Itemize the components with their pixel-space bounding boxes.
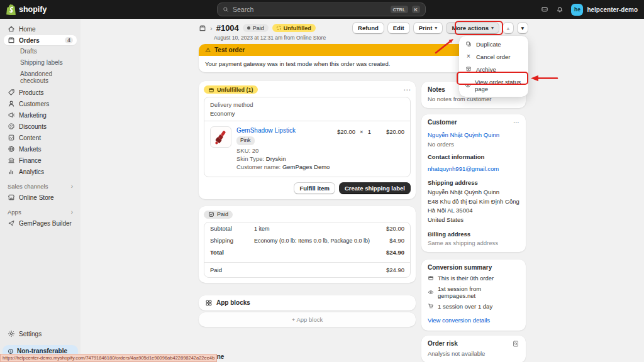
- customer-name-link[interactable]: Nguyễn Nhật Quỳnh Quinn: [428, 131, 499, 138]
- breadcrumb-separator: ›: [210, 25, 213, 32]
- unfulfilled-card-badge: Unfulfilled (1): [204, 85, 258, 94]
- tag-icon: [8, 89, 15, 96]
- fulfill-item-button[interactable]: Fulfill item: [294, 182, 335, 194]
- warning-icon: ⚠: [205, 47, 211, 53]
- storefront-icon: [8, 194, 15, 201]
- subtotal-row: Subtotal 1 item $20.00: [204, 222, 410, 234]
- menu-item-cancel-order[interactable]: × Cancel order: [462, 51, 526, 62]
- product-sku: SKU: 20: [236, 146, 332, 155]
- chevron-up-icon: ▴: [507, 25, 510, 31]
- refund-button[interactable]: Refund: [352, 22, 384, 34]
- check-box-icon: [208, 211, 214, 217]
- sidebar-item-orders[interactable]: Orders 4: [4, 35, 77, 45]
- sidebar-item-marketing[interactable]: Marketing: [4, 110, 77, 120]
- discount-percent-icon: [8, 123, 15, 130]
- menu-item-view-order-status-page[interactable]: View order status page: [462, 76, 526, 94]
- timeline-title: Timeline: [199, 353, 416, 360]
- more-actions-button[interactable]: More actions▾: [446, 22, 499, 34]
- create-shipping-label-button[interactable]: Create shipping label: [339, 182, 411, 194]
- conversion-item: 1 session over 1 day: [428, 303, 519, 310]
- customer-menu-dots-icon[interactable]: ⋯: [513, 119, 519, 126]
- sidebar-item-online-store[interactable]: Online Store: [4, 192, 77, 202]
- paid-card-badge: Paid: [204, 211, 233, 219]
- account-menu[interactable]: he helpcenter-demo: [571, 4, 638, 16]
- inbox-chat-icon[interactable]: [541, 6, 548, 13]
- annotation-arrow-view-order-status: [530, 74, 560, 82]
- view-conversion-details-link[interactable]: View conversion details: [428, 317, 490, 324]
- sidebar-item-settings[interactable]: Settings: [4, 329, 77, 339]
- sidebar-item-markets[interactable]: Markets: [4, 144, 77, 154]
- variant-badge: Pink: [236, 136, 255, 145]
- paid-status-badge: Paid: [243, 24, 269, 32]
- product-line-total: $20.00: [386, 128, 404, 135]
- sidebar-item-gempages-builder[interactable]: GemPages Builder: [4, 218, 77, 228]
- sidebar-item-products[interactable]: Products: [4, 87, 77, 97]
- edit-button[interactable]: Edit: [387, 22, 410, 34]
- shipping-address: Nguyễn Nhật Quỳnh Quinn E48 Khu đô thị Đ…: [428, 188, 519, 225]
- sidebar-item-finance[interactable]: Finance: [4, 155, 77, 165]
- sidebar-item-shipping-labels[interactable]: Shipping labels: [4, 58, 77, 67]
- shopify-logo[interactable]: shopify: [6, 0, 47, 19]
- main-content: › #1004 Paid Unfulfilled Refund Edit Pri…: [80, 19, 644, 362]
- sidebar-item-customers[interactable]: Customers: [4, 99, 77, 109]
- sidebar-item-abandoned-checkouts[interactable]: Abandoned checkouts: [4, 69, 77, 85]
- sidebar-item-content[interactable]: Content: [4, 133, 77, 143]
- risk-analysis-icon: [512, 340, 519, 348]
- customer-card: Customer ⋯ Nguyễn Nhật Quỳnh Quinn No or…: [421, 114, 526, 252]
- cart-icon: [428, 303, 434, 309]
- sidebar-item-discounts[interactable]: Discounts: [4, 121, 77, 131]
- person-icon: [8, 100, 15, 107]
- more-actions-menu: Duplicate × Cancel order Archive View or…: [459, 36, 528, 97]
- chevron-right-icon: ›: [71, 210, 73, 215]
- home-icon: [8, 25, 15, 33]
- product-line-item: GemShadow Lipstick Pink SKU: 20 Skin Typ…: [204, 121, 410, 177]
- search-placeholder: Search: [233, 6, 253, 13]
- banner-title: Test order: [214, 47, 245, 53]
- store-name: helpcenter-demo: [587, 6, 638, 13]
- contact-information-label: Contact information: [428, 153, 519, 160]
- order-details-column: Unfulfilled (1) ⋯ Delivery method Econom…: [199, 81, 416, 362]
- bank-icon: [8, 156, 15, 164]
- app-blocks-header: App blocks: [199, 295, 416, 310]
- orders-icon: [8, 36, 15, 44]
- top-bar: shopify Search CTRL K he helpcenter-demo: [0, 0, 644, 19]
- sidebar-item-home[interactable]: Home: [4, 24, 77, 34]
- sidebar-item-drafts[interactable]: Drafts: [4, 47, 77, 56]
- megaphone-icon: [8, 111, 15, 119]
- product-unit-price: $20.00×1: [337, 128, 371, 135]
- previous-order-button[interactable]: ▴: [502, 22, 514, 34]
- payment-card: Paid Subtotal 1 item $20.00 Shipping Eco…: [199, 206, 416, 283]
- chevron-down-icon: ▾: [521, 25, 525, 31]
- lipstick-image: [211, 126, 231, 148]
- menu-item-duplicate[interactable]: Duplicate: [462, 38, 526, 50]
- order-page-icon: [199, 25, 206, 32]
- gempages-icon: [8, 219, 15, 227]
- product-image: [210, 126, 231, 148]
- product-customer-name: Customer name: GemPages Demo: [236, 163, 332, 171]
- logo-text: shopify: [19, 5, 47, 14]
- order-count-icon: [428, 275, 434, 281]
- order-date-line: August 10, 2023 at 12:31 am from Online …: [214, 35, 326, 41]
- order-header: › #1004 Paid Unfulfilled Refund Edit Pri…: [199, 22, 528, 34]
- filled-dot-icon: [247, 26, 250, 30]
- globe-icon: [8, 145, 15, 153]
- menu-item-archive[interactable]: Archive: [462, 63, 526, 75]
- print-button[interactable]: Print▾: [413, 22, 443, 34]
- conversion-item: This is their 0th order: [428, 275, 519, 282]
- fulfillment-menu-button[interactable]: ⋯: [403, 87, 411, 93]
- sales-channels-section[interactable]: Sales channels ›: [8, 183, 73, 190]
- sidebar-item-analytics[interactable]: Analytics: [4, 167, 77, 177]
- billing-address-text: Same as shipping address: [428, 239, 519, 246]
- next-order-button[interactable]: ▾: [517, 22, 528, 34]
- shortcut-ctrl-key: CTRL: [391, 6, 408, 13]
- product-name-link[interactable]: GemShadow Lipstick: [236, 126, 296, 135]
- add-app-block-button[interactable]: + App block: [199, 312, 416, 327]
- order-risk-empty-text: Analysis not available: [428, 350, 519, 357]
- customer-orders-count: No orders: [428, 141, 519, 148]
- notifications-bell-icon[interactable]: [556, 6, 564, 13]
- search-input[interactable]: Search CTRL K: [217, 3, 426, 16]
- shopify-bag-icon: [6, 4, 16, 15]
- customer-email-link[interactable]: nhatquynh991@gmail.com: [428, 165, 499, 172]
- orders-count-badge: 4: [65, 37, 73, 43]
- apps-section[interactable]: Apps ›: [8, 209, 73, 216]
